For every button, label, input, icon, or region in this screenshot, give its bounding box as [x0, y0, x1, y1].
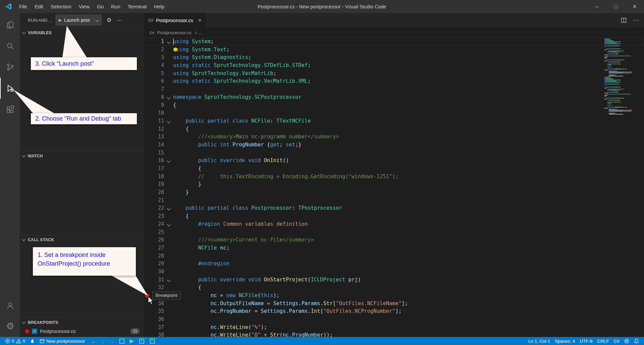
code-line-14[interactable]: 14 public int ProgNumber {get; set;} — [144, 141, 644, 149]
code-line-8[interactable]: 8namespace SprutTechnology.SCPostprocess… — [144, 93, 644, 101]
fold-chevron-icon[interactable] — [164, 38, 173, 46]
chevron-down-icon[interactable] — [95, 18, 99, 22]
split-editor-icon[interactable] — [621, 17, 627, 23]
breakpoint-margin[interactable] — [144, 189, 150, 197]
breakpoint-margin[interactable] — [144, 62, 150, 70]
breakpoint-margin[interactable] — [144, 125, 150, 133]
debug-flame-indicator[interactable] — [28, 337, 37, 345]
code-line-30[interactable]: 30 — [144, 268, 644, 276]
cursor-position[interactable]: Ln 1, Col 1 — [526, 337, 552, 345]
minimap[interactable] — [604, 39, 639, 115]
code-line-13[interactable]: 13 ///<summary>Main nc-programm number</… — [144, 133, 644, 141]
code-line-6[interactable]: 6using static SprutTechnology.VecMatrLib… — [144, 77, 644, 85]
debug-arrow-down-icon[interactable]: ↓ — [100, 338, 106, 344]
menu-edit[interactable]: Edit — [31, 0, 47, 13]
fold-chevron-icon[interactable] — [164, 93, 173, 101]
code-line-3[interactable]: 3using System.Diagnostics; — [144, 54, 644, 62]
extensions-icon[interactable] — [0, 99, 20, 120]
search-icon[interactable] — [0, 36, 20, 57]
breakpoint-margin[interactable] — [144, 292, 150, 300]
breakpoint-margin[interactable] — [144, 324, 150, 332]
breakpoint-margin[interactable] — [144, 252, 150, 260]
breakpoint-margin[interactable] — [144, 307, 150, 316]
breakpoint-margin[interactable] — [144, 268, 150, 276]
menu-file[interactable]: File — [15, 0, 31, 13]
code-line-19[interactable]: 19 } — [144, 181, 644, 189]
section-breakpoints[interactable]: BREAKPOINTS — [20, 318, 144, 327]
breakpoint-margin[interactable] — [144, 38, 150, 46]
breakpoint-checkbox[interactable]: ✓ — [32, 329, 37, 334]
breakpoint-margin[interactable] — [144, 77, 150, 85]
code-line-11[interactable]: 11 public partial class NCFile: TTextNCF… — [144, 117, 644, 125]
breakpoint-margin[interactable] — [144, 212, 150, 220]
more-actions-icon[interactable]: ⋯ — [117, 17, 122, 24]
menu-selection[interactable]: Selection — [47, 0, 75, 13]
collapse-icon[interactable]: − — [150, 339, 155, 344]
breakpoint-margin[interactable] — [144, 300, 150, 308]
fold-chevron-icon[interactable] — [164, 117, 173, 125]
debug-settings-gear-icon[interactable]: ⚙ — [107, 17, 112, 24]
code-line-24[interactable]: 24 #region Common variables definition — [144, 220, 644, 228]
code-line-9[interactable]: 9{ — [144, 101, 644, 110]
code-line-1[interactable]: 1using System; — [144, 38, 644, 46]
run-icon[interactable]: ▶ — [128, 338, 136, 344]
menu-go[interactable]: Go — [93, 0, 107, 13]
section-watch[interactable]: WATCH — [20, 151, 144, 160]
breakpoint-margin[interactable] — [144, 181, 150, 189]
code-line-5[interactable]: 5using SprutTechnology.VecMatrLib; — [144, 70, 644, 78]
breakpoint-margin[interactable] — [144, 141, 150, 149]
fold-chevron-icon[interactable] — [164, 157, 173, 165]
code-line-35[interactable]: 35 nc.ProgNumber = Settings.Params.Int["… — [144, 307, 644, 316]
run-and-debug-icon[interactable] — [0, 78, 20, 99]
code-line-38[interactable]: 38 nc.WriteLine("O" + Str(nc.ProgNumber)… — [144, 331, 644, 337]
stop-frame-icon[interactable] — [119, 339, 124, 344]
breakpoint-margin[interactable] — [144, 276, 150, 284]
breakpoint-margin[interactable] — [144, 133, 150, 141]
code-line-16[interactable]: 16 public override void OnInit() — [144, 157, 644, 165]
breakpoint-list-item[interactable]: ✓ Postprocessor.cs 33 — [20, 327, 144, 336]
breakpoint-margin[interactable] — [144, 54, 150, 62]
code-line-18[interactable]: 18 // this.TextEncoding = Encoding.GetEn… — [144, 173, 644, 181]
fold-chevron-icon[interactable] — [164, 276, 173, 284]
breakpoint-margin[interactable] — [144, 204, 150, 212]
menu-run[interactable]: Run — [107, 0, 124, 13]
breakpoint-margin[interactable] — [144, 101, 150, 110]
launch-config-dropdown[interactable]: ▶ Launch post — [56, 15, 102, 25]
language-indicator[interactable]: C# — [611, 337, 622, 345]
code-editor[interactable]: 1using System;2using System.Text;3using … — [144, 38, 644, 337]
breakpoint-margin[interactable] — [144, 331, 150, 337]
section-variables[interactable]: VARIABLES — [20, 28, 144, 37]
code-line-27[interactable]: 27 NCFile nc; — [144, 244, 644, 252]
project-indicator[interactable]: New postprocessor — [37, 337, 88, 345]
breakpoint-margin[interactable] — [144, 117, 150, 125]
code-line-10[interactable]: 10 — [144, 109, 644, 117]
code-line-17[interactable]: 17 { — [144, 165, 644, 173]
code-line-25[interactable]: 25 — [144, 228, 644, 236]
menu-terminal[interactable]: Terminal — [124, 0, 151, 13]
code-line-21[interactable]: 21 — [144, 197, 644, 205]
code-line-28[interactable]: 28 — [144, 252, 644, 260]
breakpoint-dot-icon[interactable] — [145, 293, 149, 298]
menu-help[interactable]: Help — [150, 0, 168, 13]
indentation-indicator[interactable]: Spaces: 4 — [552, 337, 577, 345]
tab-postprocessor-cs[interactable]: C# Postprocessor.cs × — [144, 13, 206, 27]
code-line-22[interactable]: 22 public partial class Postprocessor: T… — [144, 204, 644, 212]
breakpoint-margin[interactable] — [144, 284, 150, 292]
notifications-indicator[interactable] — [632, 337, 641, 345]
section-call-stack[interactable]: CALL STACK — [20, 235, 144, 244]
breakpoint-margin[interactable] — [144, 46, 150, 54]
breakpoint-margin[interactable] — [144, 197, 150, 205]
settings-gear-icon[interactable]: ⚙ — [0, 316, 20, 337]
breakpoint-margin[interactable] — [144, 70, 150, 78]
code-line-34[interactable]: 34 nc.OutputFileName = Settings.Params.S… — [144, 300, 644, 308]
more-actions-icon[interactable]: ⋯ — [633, 17, 639, 24]
breakpoint-margin[interactable] — [144, 173, 150, 181]
menu-view[interactable]: View — [75, 0, 93, 13]
breakpoint-margin[interactable] — [144, 93, 150, 101]
code-line-26[interactable]: 26 ///<summary>Current nc-file</summary> — [144, 236, 644, 244]
code-line-32[interactable]: 32 { — [144, 284, 644, 292]
close-button[interactable]: × — [625, 0, 644, 13]
breadcrumb-symbol[interactable]: ... — [199, 30, 203, 35]
breadcrumb-file[interactable]: Postprocessor.cs — [157, 30, 192, 35]
account-icon[interactable] — [0, 295, 20, 316]
